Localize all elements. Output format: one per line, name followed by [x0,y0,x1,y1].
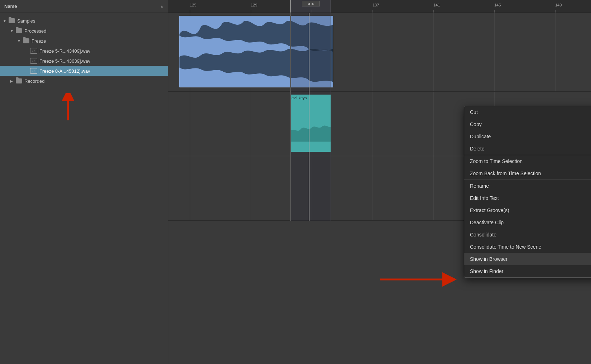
grid-line-3-133 [312,156,312,220]
panel-header-title: Name [4,4,17,9]
waveform-svg [179,16,333,87]
tree-label-recorded: Recorded [24,78,44,84]
menu-item-zoom-to[interactable]: Zoom to Time Selection Z [464,155,591,167]
time-selection-overlay-3 [290,156,331,221]
menu-item-cut[interactable]: Cut ⌘ X [464,106,591,118]
ruler-label-129: 129 [251,3,257,7]
menu-item-extract-groove-label: Extract Groove(s) [470,207,509,213]
menu-item-zoom-back-label: Zoom Back from Time Selection [470,171,541,176]
grid-line-145 [494,13,495,91]
menu-item-show-finder-label: Show in Finder [470,268,503,274]
ruler-tick-125 [190,10,190,13]
tree-item-samples[interactable]: ▼ Samples [0,16,168,26]
tree-label-freeze1: Freeze 5-R...43409].wav [39,48,90,54]
menu-item-delete-label: Delete [470,146,484,152]
ruler-tick-137 [373,10,373,13]
timeline-panel: 125 129 133 137 141 145 149 ◀ ▶ [168,0,591,364]
tree-item-recorded[interactable]: ▶ Recorded [0,76,168,86]
grid-line-2-129 [251,92,251,156]
menu-item-deactivate[interactable]: Deactivate Clip 0 [464,216,591,229]
grid-line-2-125 [190,92,190,156]
annotation-arrow-right [376,270,458,288]
menu-item-zoom-to-label: Zoom to Time Selection [470,158,523,164]
tree-label-freeze2: Freeze 5-R...43639].wav [39,58,90,64]
ruler-label-125: 125 [190,3,196,7]
grid-line-2-141 [433,92,434,156]
grid-line-3-129 [251,156,251,220]
grid-line-141 [433,13,434,91]
tree-label-samples: Samples [17,18,35,24]
menu-item-rename[interactable]: Rename ⌘ R [464,180,591,192]
folder-icon-recorded [16,78,22,83]
menu-item-cut-label: Cut [470,109,478,115]
menu-item-show-browser[interactable]: Show in Browser [464,253,591,265]
menu-item-copy[interactable]: Copy ⌘ C [464,118,591,130]
context-menu-section-2: Zoom to Time Selection Z Zoom Back from … [464,155,591,180]
audio-clip-blue[interactable] [179,16,333,87]
ruler-label-145: 145 [494,3,501,7]
tree-item-freeze1[interactable]: ♪✓ Freeze 5-R...43409].wav [0,46,168,56]
tree-label-freeze3: Freeze 8-A...45012].wav [39,68,90,74]
ruler-marks-container: 125 129 133 137 141 145 149 [168,0,591,13]
tree-label-processed: Processed [24,28,46,34]
clip-selection-line [290,16,291,87]
tree-label-freeze: Freeze [32,38,46,44]
menu-item-consolidate-label: Consolidate [470,232,496,238]
menu-item-consolidate[interactable]: Consolidate ⌘ J [464,229,591,241]
timeline-ruler: 125 129 133 137 141 145 149 ◀ ▶ [168,0,591,13]
midi-waveform [290,116,331,152]
menu-item-deactivate-label: Deactivate Clip [470,220,504,225]
menu-item-delete[interactable]: Delete Del [464,143,591,155]
ruler-label-137: 137 [373,3,379,7]
annotation-arrow-up [57,93,79,122]
menu-item-duplicate[interactable]: Duplicate ⌘ D [464,130,591,143]
midi-clip-teal[interactable]: evil keys [290,95,331,152]
midi-clip-label: evil keys [292,96,307,100]
expand-arrow-processed: ▼ [10,29,15,33]
ruler-tick-129 [251,10,251,13]
ruler-tick-149 [555,10,556,13]
tree-item-freeze3[interactable]: ♪✓ Freeze 8-A...45012].wav [0,66,168,76]
ruler-label-133: 133 [312,3,318,7]
ruler-tick-133 [312,10,312,13]
ruler-label-149: 149 [555,3,562,7]
menu-item-extract-groove[interactable]: Extract Groove(s) [464,204,591,216]
menu-item-rename-label: Rename [470,183,489,189]
context-menu-section-3: Rename ⌘ R Edit Info Text Extract Groove… [464,180,591,277]
menu-item-consolidate-time-label: Consolidate Time to New Scene [470,244,541,250]
grid-line-137 [373,13,373,91]
folder-icon-processed [16,28,22,33]
grid-line-3-125 [190,156,190,220]
context-menu: Cut ⌘ X Copy ⌘ C Duplicate ⌘ D Delete De… [464,106,591,278]
ruler-label-141: 141 [433,3,440,7]
expand-arrow-recorded: ▶ [10,79,15,83]
tree-item-freeze2[interactable]: ♪✓ Freeze 5-R...43639].wav [0,56,168,66]
grid-line-3-137 [373,156,373,220]
menu-item-edit-info-label: Edit Info Text [470,195,499,201]
audio-file-icon-3: ♪✓ [30,68,37,74]
folder-icon-freeze [23,38,29,43]
track-row-1 [168,13,591,92]
menu-item-copy-label: Copy [470,121,482,127]
menu-item-duplicate-label: Duplicate [470,134,491,139]
audio-file-icon-1: ♪✓ [30,48,37,54]
expand-arrow-samples: ▼ [3,19,8,23]
audio-file-icon-2: ♪✓ [30,58,37,64]
ruler-tick-145 [494,10,495,13]
grid-line-3-141 [433,156,434,220]
tree-item-freeze[interactable]: ▼ Freeze [0,36,168,46]
grid-line-149 [555,13,556,91]
sort-arrow-icon[interactable]: ▲ [160,4,164,8]
tree-item-processed[interactable]: ▼ Processed [0,26,168,36]
menu-item-show-browser-label: Show in Browser [470,256,508,262]
menu-item-edit-info[interactable]: Edit Info Text [464,192,591,204]
panel-header: Name ▲ [0,0,168,13]
menu-item-consolidate-time[interactable]: Consolidate Time to New Scene [464,241,591,253]
context-menu-section-1: Cut ⌘ X Copy ⌘ C Duplicate ⌘ D Delete De… [464,106,591,155]
file-tree: ▼ Samples ▼ Processed ▼ Freeze ♪✓ Freeze… [0,13,168,89]
menu-item-show-finder[interactable]: Show in Finder [464,265,591,277]
file-browser-panel: Name ▲ ▼ Samples ▼ Processed ▼ Freeze ♪✓… [0,0,168,364]
menu-item-zoom-back[interactable]: Zoom Back from Time Selection X [464,167,591,179]
folder-icon-samples [9,18,15,23]
grid-line-2-137 [373,92,373,156]
